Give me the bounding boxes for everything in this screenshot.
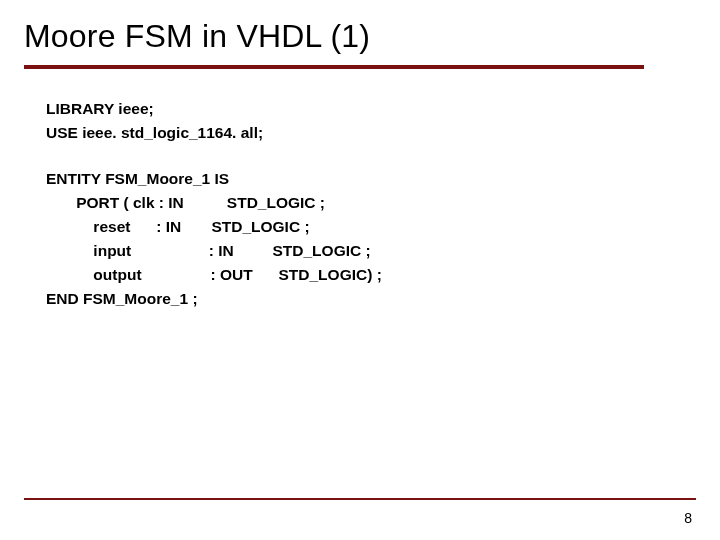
code-line: input : IN STD_LOGIC ; — [46, 239, 696, 263]
slide-title: Moore FSM in VHDL (1) — [24, 18, 696, 55]
code-line: END FSM_Moore_1 ; — [46, 287, 696, 311]
code-line: output : OUT STD_LOGIC) ; — [46, 263, 696, 287]
footer-line — [24, 498, 696, 500]
page-number: 8 — [684, 510, 692, 526]
code-line: ENTITY FSM_Moore_1 IS — [46, 167, 696, 191]
blank-line — [46, 145, 696, 167]
code-line: LIBRARY ieee; — [46, 97, 696, 121]
code-line: reset : IN STD_LOGIC ; — [46, 215, 696, 239]
code-line: USE ieee. std_logic_1164. all; — [46, 121, 696, 145]
code-block: LIBRARY ieee;USE ieee. std_logic_1164. a… — [24, 97, 696, 311]
code-line: PORT ( clk : IN STD_LOGIC ; — [46, 191, 696, 215]
title-underline — [24, 65, 644, 69]
slide: Moore FSM in VHDL (1) LIBRARY ieee;USE i… — [0, 0, 720, 540]
